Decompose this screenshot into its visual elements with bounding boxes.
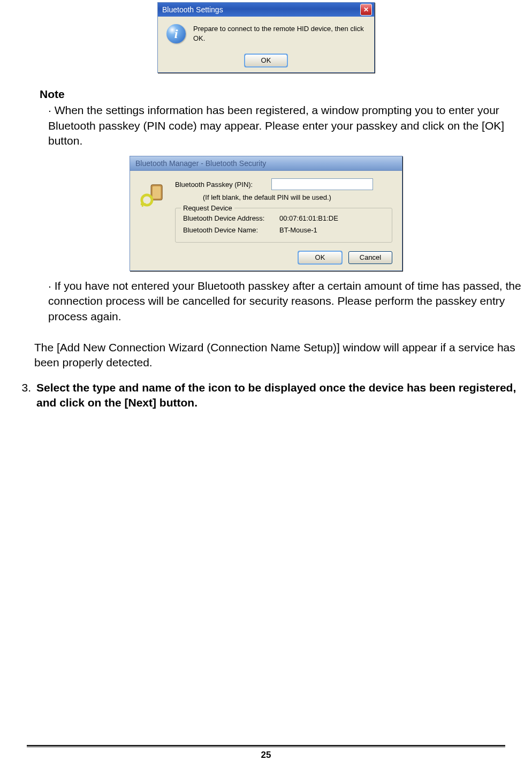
- note-heading: Note: [40, 87, 527, 102]
- passkey-label: Bluetooth Passkey (PIN):: [175, 180, 271, 190]
- page-footer: 25: [27, 745, 505, 762]
- note-item-2: · If you have not entered your Bluetooth…: [48, 278, 527, 324]
- note-item-1: · When the settings information has been…: [48, 103, 527, 148]
- page-number: 25: [27, 749, 505, 762]
- info-icon: i: [166, 24, 186, 43]
- dialog-titlebar: Bluetooth Manager - Bluetooth Security: [130, 156, 402, 171]
- bluetooth-security-dialog: Bluetooth Manager - Bluetooth Security B…: [130, 156, 402, 271]
- bluetooth-settings-dialog: Bluetooth Settings i Prepare to connect …: [157, 2, 375, 73]
- ok-button[interactable]: OK: [298, 251, 342, 264]
- dialog-title: Bluetooth Manager - Bluetooth Security: [135, 159, 266, 169]
- detection-paragraph: The [Add New Connection Wizard (Connecti…: [34, 340, 527, 371]
- close-icon[interactable]: [360, 4, 372, 16]
- device-name-label: Bluetooth Device Name:: [183, 225, 279, 235]
- device-name-value: BT-Mouse-1: [279, 225, 317, 235]
- dialog-title: Bluetooth Settings: [162, 5, 223, 15]
- passkey-input[interactable]: [271, 178, 373, 190]
- svg-rect-4: [142, 204, 143, 207]
- passkey-hint: (If left blank, the default PIN will be …: [203, 193, 392, 202]
- step-text: Select the type and name of the icon to …: [36, 380, 527, 411]
- cancel-button[interactable]: Cancel: [348, 251, 392, 264]
- svg-rect-1: [153, 186, 161, 199]
- dialog-titlebar: Bluetooth Settings: [158, 3, 374, 17]
- fieldset-legend: Request Device: [181, 204, 234, 213]
- step-3: 3. Select the type and name of the icon …: [20, 380, 527, 411]
- dialog-message: Prepare to connect to the remote HID dev…: [193, 24, 366, 43]
- device-address-label: Bluetooth Device Address:: [183, 214, 279, 223]
- device-address-value: 00:07:61:01:B1:DE: [279, 214, 338, 223]
- key-icon: [140, 178, 166, 243]
- ok-button[interactable]: OK: [245, 54, 287, 67]
- step-number: 3.: [20, 380, 31, 411]
- request-device-group: Request Device Bluetooth Device Address:…: [175, 208, 392, 243]
